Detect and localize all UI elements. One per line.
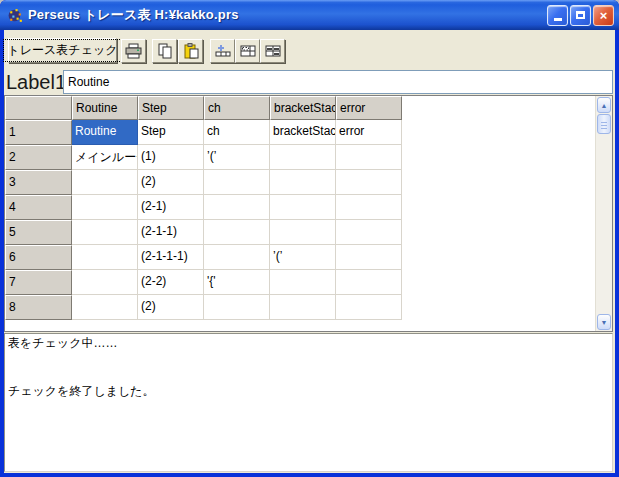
insert-row-icon bbox=[215, 43, 231, 59]
grid-header-row: Routine Step ch bracketStac error bbox=[5, 96, 595, 120]
table-row: 6 (2-1-1-1) ’(’ bbox=[5, 245, 595, 270]
table-row: 2 メインルーチ (1) ’(’ bbox=[5, 145, 595, 170]
grid-cell[interactable]: ’(’ bbox=[204, 145, 270, 170]
grid-cells-icon bbox=[265, 43, 281, 59]
paste-button[interactable] bbox=[178, 39, 203, 63]
col-header-bracketstac[interactable]: bracketStac bbox=[270, 96, 336, 120]
row-header[interactable]: 1 bbox=[5, 120, 72, 145]
scroll-up-button[interactable]: ▲ bbox=[597, 97, 611, 113]
paste-icon bbox=[183, 43, 199, 59]
grid-cell[interactable] bbox=[72, 245, 138, 270]
row-header[interactable]: 2 bbox=[5, 145, 72, 170]
scrollbar-thumb[interactable] bbox=[597, 114, 611, 134]
col-header-ch[interactable]: ch bbox=[204, 96, 270, 120]
maximize-icon bbox=[576, 11, 585, 19]
grid-cell[interactable] bbox=[336, 270, 402, 295]
grid-cell[interactable] bbox=[336, 295, 402, 320]
grid-cell[interactable] bbox=[72, 170, 138, 195]
titlebar[interactable]: Perseus トレース表 H:¥kakko.prs × bbox=[0, 0, 619, 30]
trace-check-button-label: トレース表チェック bbox=[3, 39, 123, 62]
row-header[interactable]: 4 bbox=[5, 195, 72, 220]
grid-cell[interactable] bbox=[72, 270, 138, 295]
grid-cell[interactable] bbox=[72, 195, 138, 220]
table-row: 4 (2-1) bbox=[5, 195, 595, 220]
scroll-down-button[interactable]: ▼ bbox=[597, 314, 611, 330]
grid-cell[interactable]: error bbox=[336, 120, 402, 145]
table-row: 7 (2-2) '{' bbox=[5, 270, 595, 295]
log-line: チェックを終了しました。 bbox=[8, 383, 609, 399]
trace-grid-cells: Routine Step ch bracketStac error 1 Rout… bbox=[5, 96, 595, 331]
grid-cell[interactable]: '{' bbox=[204, 270, 270, 295]
table-select-button[interactable] bbox=[235, 39, 260, 63]
copy-icon bbox=[157, 43, 173, 59]
grid-cell[interactable] bbox=[204, 295, 270, 320]
client-area: トレース表チェック bbox=[4, 30, 615, 473]
printer-icon bbox=[125, 43, 142, 59]
log-line bbox=[8, 367, 609, 383]
insert-row-button[interactable] bbox=[210, 39, 235, 63]
grid-cell[interactable] bbox=[270, 295, 336, 320]
grid-cell[interactable]: (2) bbox=[138, 295, 204, 320]
grid-cell[interactable]: (2-1-1-1) bbox=[138, 245, 204, 270]
grid-cell[interactable] bbox=[204, 170, 270, 195]
grid-cell[interactable]: ch bbox=[204, 120, 270, 145]
close-button[interactable]: × bbox=[593, 5, 614, 26]
row-header[interactable]: 5 bbox=[5, 220, 72, 245]
minimize-button[interactable] bbox=[547, 5, 568, 26]
grid-cell[interactable] bbox=[336, 195, 402, 220]
trace-grid: Routine Step ch bracketStac error 1 Rout… bbox=[4, 95, 613, 332]
grid-cell[interactable]: ’(’ bbox=[270, 245, 336, 270]
grid-cell[interactable]: Step bbox=[138, 120, 204, 145]
row-header[interactable]: 8 bbox=[5, 295, 72, 320]
grid-cell[interactable]: bracketStac bbox=[270, 120, 336, 145]
col-header-routine[interactable]: Routine bbox=[72, 96, 138, 120]
grid-cell[interactable]: メインルーチ bbox=[72, 145, 138, 170]
trace-check-button[interactable]: トレース表チェック bbox=[8, 38, 117, 63]
row-header[interactable]: 6 bbox=[5, 245, 72, 270]
col-header-step[interactable]: Step bbox=[138, 96, 204, 120]
log-line bbox=[8, 351, 609, 367]
minimize-icon bbox=[554, 18, 562, 21]
col-header-error[interactable]: error bbox=[336, 96, 402, 120]
grid-corner-cell[interactable] bbox=[5, 96, 72, 120]
log-line: 表をチェック中…… bbox=[8, 335, 609, 351]
chevron-down-icon: ▼ bbox=[601, 319, 608, 326]
close-icon: × bbox=[600, 9, 608, 22]
table-cells-button[interactable] bbox=[260, 39, 285, 63]
grid-dashed-icon bbox=[240, 43, 256, 59]
grid-cell-selected[interactable]: Routine bbox=[72, 120, 138, 145]
grid-cell[interactable] bbox=[270, 220, 336, 245]
grid-cell[interactable]: (2) bbox=[138, 170, 204, 195]
grid-cell[interactable]: (2-1) bbox=[138, 195, 204, 220]
grid-cell[interactable] bbox=[204, 245, 270, 270]
print-button[interactable] bbox=[121, 39, 146, 63]
row-header[interactable]: 7 bbox=[5, 270, 72, 295]
grid-cell[interactable] bbox=[204, 195, 270, 220]
app-window: Perseus トレース表 H:¥kakko.prs × トレース表チェック bbox=[0, 0, 619, 477]
grid-cell[interactable] bbox=[270, 195, 336, 220]
grid-vertical-scrollbar[interactable]: ▲ ▼ bbox=[595, 96, 612, 331]
grid-cell[interactable] bbox=[204, 220, 270, 245]
grid-cell[interactable] bbox=[336, 145, 402, 170]
row-header[interactable]: 3 bbox=[5, 170, 72, 195]
grid-cell[interactable] bbox=[336, 245, 402, 270]
table-row: 5 (2-1-1) bbox=[5, 220, 595, 245]
copy-button[interactable] bbox=[152, 39, 177, 63]
check-log-textarea[interactable]: 表をチェック中…… チェックを終了しました。 bbox=[4, 333, 613, 472]
app-icon bbox=[7, 7, 24, 24]
grid-cell[interactable] bbox=[336, 220, 402, 245]
grid-cell[interactable] bbox=[72, 220, 138, 245]
table-row: 8 (2) bbox=[5, 295, 595, 320]
grid-cell[interactable]: (2-1-1) bbox=[138, 220, 204, 245]
maximize-button[interactable] bbox=[570, 5, 591, 26]
grid-cell[interactable]: (1) bbox=[138, 145, 204, 170]
grid-cell[interactable] bbox=[270, 170, 336, 195]
grid-cell[interactable] bbox=[270, 145, 336, 170]
table-row: 1 Routine Step ch bracketStac error bbox=[5, 120, 595, 145]
grid-cell[interactable] bbox=[72, 295, 138, 320]
table-row: 3 (2) bbox=[5, 170, 595, 195]
grid-cell[interactable] bbox=[270, 270, 336, 295]
grid-cell[interactable] bbox=[336, 170, 402, 195]
routine-input[interactable] bbox=[63, 70, 613, 94]
grid-cell[interactable]: (2-2) bbox=[138, 270, 204, 295]
